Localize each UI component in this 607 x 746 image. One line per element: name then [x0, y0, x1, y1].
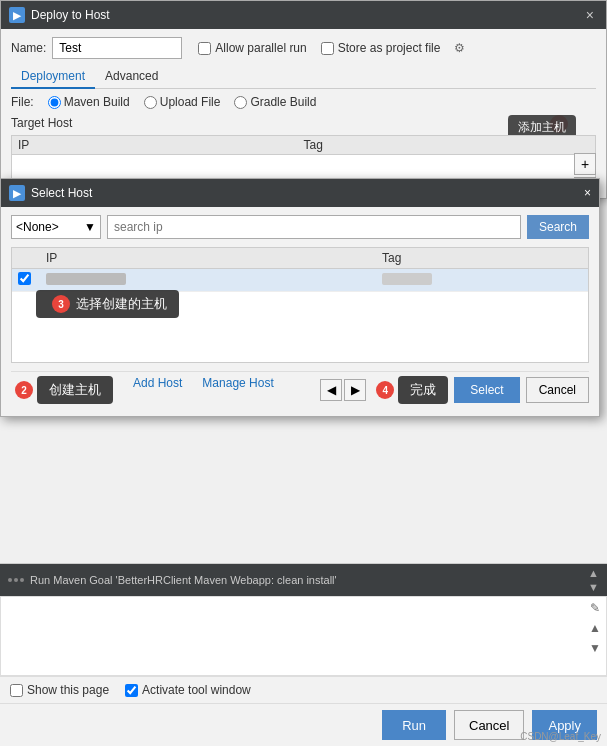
col-ip-header: IP	[18, 138, 304, 152]
footer-links: 2 创建主机 Add Host Manage Host	[11, 376, 274, 404]
tab-deployment[interactable]: Deployment	[11, 65, 95, 89]
name-row: Name: Allow parallel run Store as projec…	[11, 37, 596, 59]
none-dropdown[interactable]: <None> ▼	[11, 215, 101, 239]
bottom-cancel-button[interactable]: Cancel	[454, 710, 524, 740]
row-checkbox[interactable]	[18, 272, 46, 288]
blurred-ip	[46, 273, 126, 285]
footer-nav: ◀ ▶	[320, 379, 366, 401]
host-table-header: IP Tag	[12, 136, 595, 155]
run-output	[0, 596, 607, 676]
manage-host-link[interactable]: Manage Host	[202, 376, 273, 404]
activate-window-checkbox[interactable]	[125, 684, 138, 697]
allow-parallel-checkbox[interactable]	[198, 42, 211, 55]
gear-icon[interactable]: ⚙	[454, 41, 465, 55]
show-page-label[interactable]: Show this page	[10, 683, 109, 697]
complete-tooltip: 完成	[398, 376, 448, 404]
bottom-buttons: Run Cancel Apply	[0, 703, 607, 746]
run-config-text: Run Maven Goal 'BetterHRClient Maven Web…	[30, 574, 337, 586]
name-input[interactable]	[52, 37, 182, 59]
deploy-window: ▶ Deploy to Host × Name: Allow parallel …	[0, 0, 607, 199]
run-config-dots	[8, 578, 24, 582]
step-badge-4: 4	[376, 381, 394, 399]
bottom-options: Show this page Activate tool window	[0, 676, 607, 703]
scroll-down-icon[interactable]: ▼	[588, 581, 599, 593]
select-host-footer: 2 创建主机 Add Host Manage Host ◀ ▶ 4 完成	[11, 371, 589, 408]
allow-parallel-label[interactable]: Allow parallel run	[198, 41, 306, 55]
store-as-project-label[interactable]: Store as project file	[321, 41, 441, 55]
deploy-tabs: Deployment Advanced	[11, 65, 596, 89]
host-list-header: IP Tag	[12, 248, 588, 269]
bottom-panel: Run Maven Goal 'BetterHRClient Maven Web…	[0, 563, 607, 746]
show-page-checkbox[interactable]	[10, 684, 23, 697]
run-config-bar: Run Maven Goal 'BetterHRClient Maven Web…	[0, 564, 607, 596]
scroll-up-side-icon[interactable]: ▲	[587, 620, 603, 636]
prev-btn[interactable]: ◀	[320, 379, 342, 401]
name-label: Name:	[11, 41, 46, 55]
tab-advanced[interactable]: Advanced	[95, 65, 168, 89]
select-host-title-text: Select Host	[31, 186, 584, 200]
search-ip-input[interactable]	[107, 215, 521, 239]
upload-file-radio[interactable]: Upload File	[144, 95, 221, 109]
step-badge-2: 2	[15, 381, 33, 399]
target-host-label: Target Host	[11, 116, 72, 130]
cancel-button[interactable]: Cancel	[526, 377, 589, 403]
col-tag-header: Tag	[304, 138, 590, 152]
maven-build-radio[interactable]: Maven Build	[48, 95, 130, 109]
select-button[interactable]: Select	[454, 377, 519, 403]
host-list-row[interactable]	[12, 269, 588, 292]
deploy-titlebar: ▶ Deploy to Host ×	[1, 1, 606, 29]
ip-col-header: IP	[46, 251, 382, 265]
file-row: File: Maven Build Upload File Gradle Bui…	[11, 95, 596, 109]
chevron-down-icon: ▼	[84, 220, 96, 234]
step-badge-3: 3	[52, 295, 70, 313]
select-host-window: ▶ Select Host × <None> ▼ Search IP Tag	[0, 178, 600, 417]
side-icons: ✎ ▲ ▼	[583, 596, 607, 660]
search-button[interactable]: Search	[527, 215, 589, 239]
footer-actions: Select Cancel	[454, 377, 589, 403]
create-host-tooltip: 创建主机	[37, 376, 113, 404]
next-btn[interactable]: ▶	[344, 379, 366, 401]
check-col-header	[18, 251, 46, 265]
blurred-tag	[382, 273, 432, 285]
select-host-titlebar: ▶ Select Host ×	[1, 179, 599, 207]
row-ip	[46, 273, 382, 287]
add-host-link[interactable]: Add Host	[133, 376, 182, 404]
host-list-table: IP Tag 3 选择创建的主机	[11, 247, 589, 363]
file-label: File:	[11, 95, 34, 109]
search-row: <None> ▼ Search	[11, 215, 589, 239]
select-host-close-btn[interactable]: ×	[584, 186, 591, 200]
checkbox-group: Allow parallel run Store as project file…	[198, 41, 465, 55]
gradle-build-radio[interactable]: Gradle Build	[234, 95, 316, 109]
select-host-tooltip: 3 选择创建的主机	[36, 290, 179, 318]
run-button[interactable]: Run	[382, 710, 446, 740]
scroll-down-side-icon[interactable]: ▼	[587, 640, 603, 656]
deploy-close-btn[interactable]: ×	[582, 7, 598, 23]
row-tag	[382, 273, 582, 287]
select-host-content: <None> ▼ Search IP Tag	[1, 207, 599, 416]
target-host-section: Target Host 添加主机 1 IP Tag + −	[11, 115, 596, 186]
select-host-title-icon: ▶	[9, 185, 25, 201]
tag-col-header: Tag	[382, 251, 582, 265]
edit-icon[interactable]: ✎	[587, 600, 603, 616]
activate-window-label[interactable]: Activate tool window	[125, 683, 251, 697]
deploy-title-text: Deploy to Host	[31, 8, 582, 22]
add-host-btn[interactable]: +	[574, 153, 596, 175]
store-as-project-checkbox[interactable]	[321, 42, 334, 55]
scroll-up-icon[interactable]: ▲	[588, 567, 599, 579]
deploy-title-icon: ▶	[9, 7, 25, 23]
watermark: CSDN@Leaf_Key	[520, 731, 601, 742]
